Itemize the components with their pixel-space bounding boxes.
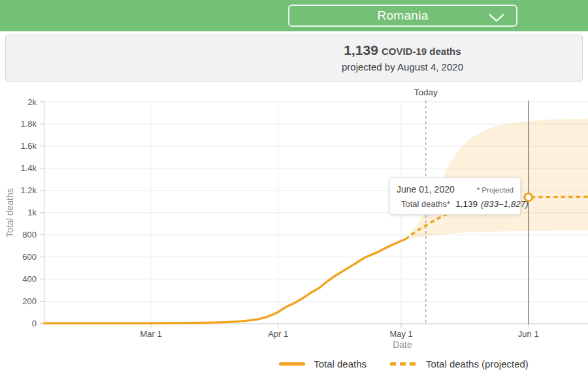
y-tick-label: 200: [22, 296, 37, 306]
y-tick-label: 1.6k: [20, 141, 37, 151]
legend-dashed-line-swatch: [390, 362, 417, 366]
tooltip-header: June 01, 2020 * Projected: [397, 184, 514, 195]
y-tick-label: 400: [22, 274, 37, 284]
legend-item-actual[interactable]: Total deaths: [279, 358, 367, 369]
y-tick-label: 1k: [27, 208, 37, 217]
death-count-label: COVID-19 deaths: [382, 46, 461, 57]
y-tick-label: 2k: [27, 97, 37, 107]
legend-label-actual: Total deaths: [314, 358, 367, 369]
death-count: 1,139: [344, 42, 378, 57]
x-tick-label: Apr 1: [268, 329, 288, 339]
tooltip-date: June 01, 2020: [397, 184, 455, 195]
y-axis-title: Total deaths: [5, 188, 15, 238]
x-axis-title: Date: [393, 339, 412, 350]
projection-date-line: projected by August 4, 2020: [223, 61, 582, 72]
legend-item-projected[interactable]: Total deaths (projected): [390, 358, 529, 369]
y-tick-label: 1.4k: [20, 163, 37, 173]
chevron-down-icon: [489, 13, 504, 25]
chart-area: Today02004006008001k1.2k1.4k1.6k1.8k2kMa…: [0, 84, 588, 375]
summary-headline: 1,139COVID-19 deaths: [223, 42, 582, 58]
country-name: Romania: [377, 8, 428, 23]
country-selector[interactable]: Romania: [288, 5, 517, 27]
tooltip-range: (833–1,827): [481, 199, 529, 209]
x-tick-label: Jun 1: [518, 329, 539, 339]
x-tick-label: Mar 1: [140, 329, 161, 339]
summary-banner: 1,139COVID-19 deaths projected by August…: [5, 35, 583, 82]
tooltip-value: 1,139: [455, 199, 478, 209]
legend: Total deaths Total deaths (projected): [0, 356, 588, 371]
tooltip-series-label: Total deaths*: [401, 199, 450, 209]
legend-solid-line-swatch: [279, 362, 305, 366]
projection-chart[interactable]: Today02004006008001k1.2k1.4k1.6k1.8k2kMa…: [0, 84, 588, 375]
tooltip-projected-note: * Projected: [477, 186, 514, 194]
today-label: Today: [414, 87, 438, 97]
y-tick-label: 0: [32, 319, 37, 328]
tooltip-body: Total deaths* 1,139 (833–1,827): [397, 199, 514, 209]
y-tick-label: 600: [22, 252, 37, 262]
total-deaths-line: [44, 240, 406, 324]
legend-label-projected: Total deaths (projected): [426, 358, 529, 369]
y-tick-label: 1.2k: [20, 185, 37, 195]
x-tick-label: May 1: [389, 329, 412, 339]
y-tick-label: 1.8k: [20, 119, 37, 129]
app-header: Romania: [0, 0, 588, 31]
tooltip: June 01, 2020 * Projected Total deaths* …: [389, 178, 521, 215]
y-tick-label: 800: [22, 230, 37, 240]
